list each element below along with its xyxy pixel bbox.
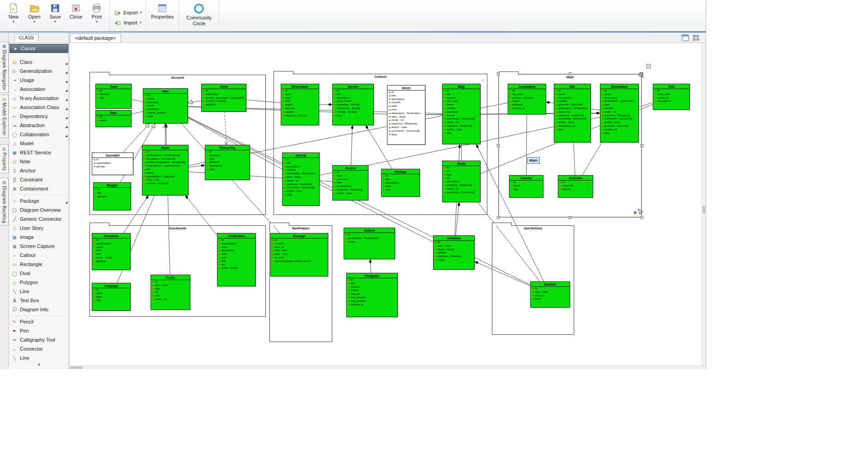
export-button[interactable]: Export ▾ (112, 8, 143, 18)
class-role[interactable]: Roleidname (95, 110, 132, 127)
selection-handle[interactable] (641, 216, 643, 219)
chevron-down-icon[interactable]: ▾ (140, 21, 142, 24)
class-comment[interactable]: Commentiduser : Usertarget : Morphconten… (433, 235, 475, 270)
palette-item-pen[interactable]: ✒Pen (9, 326, 69, 335)
selection-handle[interactable] (641, 144, 643, 147)
package-useractions[interactable]: UserActions (492, 225, 574, 335)
palette-item-class[interactable]: ▤Class◢ (9, 57, 69, 67)
palette-item-cursor[interactable]: ➤ Cursor (9, 44, 68, 53)
class-team[interactable]: Teamidfunctiontitle (95, 84, 132, 109)
collapse-marker-icon[interactable]: △ (482, 78, 484, 82)
class-site[interactable]: Siteidnamedescriptionmediasgeocode : Geo… (554, 84, 591, 143)
palette-item-image[interactable]: ▦Image (9, 233, 69, 242)
print-button[interactable]: Print ▾ (86, 2, 107, 24)
class-blogger[interactable]: Bloggeridbiodomain (93, 182, 131, 210)
class-package[interactable]: Packageidtitledescriptionstartend (381, 169, 420, 197)
class-guide[interactable]: Guideidcertifications : Certification[]f… (142, 145, 189, 195)
side-tab-diagram-backlog[interactable]: ▧Diagram Backlog (0, 178, 9, 225)
palette-item-n-ary-association[interactable]: ◇N-ary Association◢ (9, 94, 69, 103)
chevron-down-icon[interactable]: ▾ (13, 20, 14, 23)
class-media[interactable]: Mediaidurltypealtdescriptionreactions : … (442, 161, 481, 202)
palette-item-association-class[interactable]: ▭Association Class◢ (9, 103, 69, 112)
palette-item-generalization[interactable]: ▷Generalization◢ (9, 67, 69, 76)
palette-item-connector[interactable]: ∟Connector (9, 344, 69, 353)
vertical-scrollbar[interactable] (702, 43, 706, 366)
class-client[interactable]: Clientidnationalityspoken_languages : La… (201, 84, 246, 112)
class-paragraph[interactable]: Paragraphidtitlecontentimageimg_altimg_c… (346, 273, 398, 317)
class-reaction[interactable]: Reactioniduser : Useremotionstate (530, 281, 570, 308)
class-user[interactable]: Useridnamefirstnameemailpasswordmobile_n… (143, 88, 188, 124)
show-panel-icon[interactable] (681, 34, 689, 41)
horizontal-scrollbar-thumb[interactable] (70, 366, 83, 369)
grid-view-icon[interactable] (693, 34, 699, 41)
palette-item-text-box[interactable]: AText Box (9, 296, 69, 305)
palette-item-screen-capture[interactable]: ▣Screen Capture (9, 242, 69, 251)
palette-item-line[interactable]: ╲Line (9, 353, 69, 362)
class-journal[interactable]: Journalidtitledescriptioncontentdestinat… (282, 152, 320, 206)
side-tab-property[interactable]: ▥Property (0, 144, 9, 173)
selection-handle[interactable] (569, 216, 571, 219)
horizontal-scrollbar[interactable] (69, 366, 706, 369)
class-reservation[interactable]: Reservationiddatestartendstatusamountcau… (281, 84, 319, 125)
class-country[interactable]: Countryidnameflag (509, 175, 543, 198)
palette-item-callout[interactable]: ◗Callout (9, 251, 69, 260)
palette-item-note[interactable]: ▤Note (9, 157, 69, 166)
community-circle-button[interactable]: Community Circle (181, 2, 217, 28)
resize-handle-dot[interactable] (634, 211, 637, 214)
palette-item-calligraphy-tool[interactable]: ✑Calligraphy Tool (9, 335, 69, 344)
selection-handle[interactable] (497, 216, 500, 219)
class-geocode[interactable]: GeoCodeidlongitudelatitude (558, 175, 593, 198)
palette-item-rectangle[interactable]: ▭Rectangle (9, 260, 69, 269)
palette-item-anchor[interactable]: ↧Anchor (9, 166, 69, 175)
class-formation[interactable]: Formationidorganisationgradestartendguid… (92, 233, 131, 270)
palette-item-diagram-overview[interactable]: ▢Diagram Overview (9, 205, 69, 214)
open-button[interactable]: Open ▾ (24, 2, 45, 24)
palette-item-containment[interactable]: ⊕Containment (9, 184, 69, 193)
palette-item-line[interactable]: ╲Line (9, 287, 69, 296)
palette-scroll-down-button[interactable]: ▼ (9, 363, 69, 367)
class-service[interactable]: Serviceidtitledescriptionprice_rangeincl… (332, 84, 374, 125)
palette-item-association[interactable]: →Association◢ (9, 85, 69, 94)
palette-item-constraint[interactable]: {}Constraint (9, 175, 69, 184)
properties-button[interactable]: Properties (148, 2, 176, 20)
palette-item-user-story[interactable]: ▯User Story (9, 224, 69, 233)
close-button[interactable]: Close (66, 2, 86, 20)
class-destination[interactable]: Destinationidnamedescriptionlocalization… (600, 84, 639, 143)
palette-item-package[interactable]: ▱Package◢ (9, 196, 69, 205)
class-language[interactable]: Languageidcodelabelflag (92, 283, 131, 311)
palette-item-rest-service[interactable]: ▣REST Service (9, 148, 69, 157)
class-message[interactable]: Messageidcontentsent_atexp : Userdest : … (270, 233, 328, 276)
palette-item-pencil[interactable]: ✎Pencil (9, 317, 69, 326)
selection-handle[interactable] (497, 72, 500, 75)
save-button[interactable]: Save ▾ (45, 2, 66, 24)
chevron-down-icon[interactable]: ▾ (140, 11, 142, 14)
palette-item-model[interactable]: △Model (9, 139, 69, 148)
class-profile[interactable]: Profileiduser : Usericonurltextclicks : … (151, 275, 190, 310)
class-partnership[interactable]: Partnershipidcompanytypeaddressdescripti… (205, 145, 250, 180)
palette-item-polygon[interactable]: ◇Polygon (9, 278, 69, 287)
magnifier-icon[interactable] (638, 72, 644, 78)
class-blog[interactable]: Blogidtitlecontentpub_datestatusmediaske… (442, 84, 481, 144)
palette-item-collaboration[interactable]: ◯Collaboration◢ (9, 130, 69, 139)
class-localization[interactable]: Localizationidzip_codecountry : Countryr… (508, 84, 546, 114)
class-event[interactable]: Eventidtitledescriptioncontentstartendde… (387, 85, 425, 145)
palette-category-tab[interactable]: CLASS (14, 34, 38, 42)
class-content[interactable]: Contentidparagraphs : Paragraph[]image (344, 228, 395, 259)
import-button[interactable]: Import ▾ (112, 18, 143, 28)
diagram-canvas[interactable]: Main △ AccountContentMainUserAssetsNexFe… (69, 43, 702, 366)
selection-handle[interactable] (497, 144, 500, 147)
palette-item-generic-connector[interactable]: ╱Generic Connector (9, 214, 69, 224)
chevron-down-icon[interactable]: ▾ (96, 20, 98, 23)
chevron-down-icon[interactable]: ▾ (54, 20, 56, 23)
selection-handle[interactable] (569, 72, 571, 75)
diagram-tab[interactable]: <default package> (70, 33, 121, 43)
class-visit[interactable]: Visitidvisite_datemedia_iddescription (653, 84, 690, 110)
resource-icon[interactable] (646, 64, 651, 69)
palette-item-usage[interactable]: ⇢Usage◢ (9, 76, 69, 85)
new-button[interactable]: New ▾ (3, 2, 24, 24)
palette-item-dependency[interactable]: ⇠Dependency◢ (9, 112, 69, 121)
class-journalist[interactable]: Journalistidorganisationdomain (92, 152, 133, 175)
palette-item-oval[interactable]: ◯Oval (9, 269, 69, 278)
palette-item-abstraction[interactable]: ↝Abstraction◢ (9, 121, 69, 130)
main-package-label[interactable]: Main (527, 157, 540, 164)
